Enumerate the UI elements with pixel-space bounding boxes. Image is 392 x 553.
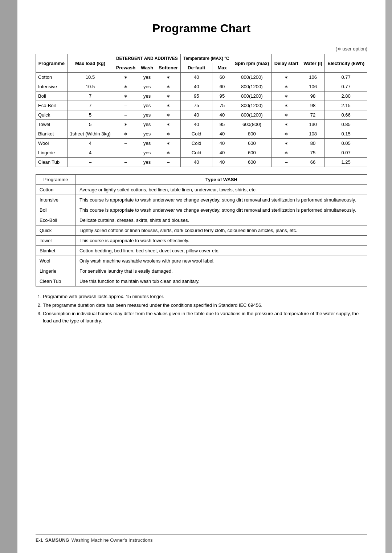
type-description-cell: Only wash machine washable woolens with … (76, 256, 367, 266)
type-table-row: QuickLightly soiled cottons or linen blo… (36, 225, 367, 236)
table-cell: Wool (36, 139, 68, 148)
table-cell: yes (138, 158, 156, 167)
type-programme-cell: Quick (36, 225, 76, 236)
table-cell: ∗ (156, 139, 181, 148)
type-programme-cell: Cotton (36, 185, 76, 195)
col-header-water: Water (l) (301, 54, 325, 73)
col-header-temperature: Temperature (MAX) °C (181, 54, 232, 63)
table-cell: – (113, 158, 138, 167)
table-cell: 10.5 (67, 82, 113, 92)
table-cell: ∗ (113, 120, 138, 129)
col-header-softener: Softener (156, 63, 181, 73)
footer-page-label: E-1 (36, 537, 43, 543)
table-cell: Intensive (36, 82, 68, 92)
table-cell: Cotton (36, 73, 68, 82)
table-cell: yes (138, 82, 156, 92)
table-cell: 7 (67, 92, 113, 101)
table-cell: 1sheet (Within 3kg) (67, 129, 113, 139)
table-cell: ∗ (156, 82, 181, 92)
table-cell: 0.85 (325, 120, 367, 129)
right-decorative-bar (385, 0, 392, 553)
table-cell: 10.5 (67, 73, 113, 82)
table-cell: ∗ (156, 92, 181, 101)
table-cell: 0.07 (325, 148, 367, 158)
table-cell: 4 (67, 148, 113, 158)
type-description-cell: Use this function to maintain wash tub c… (76, 276, 367, 286)
table-cell: yes (138, 148, 156, 158)
table-cell: 40 (181, 110, 212, 120)
type-description-cell: This course is appropriate to wash towel… (76, 236, 367, 246)
table-cell: 800 (232, 129, 271, 139)
footer-brand: SAMSUNG (45, 537, 69, 543)
table-cell: Blanket (36, 129, 68, 139)
table-cell: Quick (36, 110, 68, 120)
table-cell: ∗ (272, 148, 301, 158)
table-cell: 0.77 (325, 82, 367, 92)
page-title: Programme Chart (36, 22, 367, 35)
type-programme-cell: Intensive (36, 195, 76, 205)
col-header-detergent: DETERGENT AND ADDITIVES (113, 54, 181, 63)
table-cell: 95 (181, 92, 212, 101)
table-cell: 130 (301, 120, 325, 129)
programme-chart-table: Programme Max load (kg) DETERGENT AND AD… (36, 54, 367, 167)
table-row: Lingerie4–yes∗Cold40600∗750.07 (36, 148, 367, 158)
table-cell: ∗ (272, 120, 301, 129)
type-programme-cell: Wool (36, 256, 76, 266)
table-row: Boil7∗yes∗9595800(1200)∗982.80 (36, 92, 367, 101)
table-cell: 800(1200) (232, 92, 271, 101)
type-table-row: BlanketCotton bedding, bed linen, bed sh… (36, 246, 367, 256)
table-cell: 2.15 (325, 101, 367, 110)
table-cell: 98 (301, 92, 325, 101)
table-cell: 600 (232, 139, 271, 148)
table-cell: 800(1200) (232, 110, 271, 120)
table-cell: 75 (301, 148, 325, 158)
type-col-programme: Programme (36, 175, 76, 185)
table-row: Quick5–yes∗4040800(1200)∗720.66 (36, 110, 367, 120)
table-cell: 4 (67, 139, 113, 148)
table-cell: 600 (232, 158, 271, 167)
col-header-default: De-fault (181, 63, 212, 73)
table-cell: yes (138, 139, 156, 148)
table-cell: 95 (212, 120, 232, 129)
table-row: Blanket1sheet (Within 3kg)∗yes∗Cold40800… (36, 129, 367, 139)
table-cell: Cold (181, 148, 212, 158)
table-cell: Clean Tub (36, 158, 68, 167)
type-description-cell: Delicate curtains, dresses, skirts, shir… (76, 215, 367, 225)
type-description-cell: Lightly soiled cottons or linen blouses,… (76, 225, 367, 236)
table-row: Cotton10.5∗yes∗4060800(1200)∗1060.77 (36, 73, 367, 82)
table-cell: Cold (181, 139, 212, 148)
table-cell: ∗ (156, 120, 181, 129)
table-cell: 60 (212, 82, 232, 92)
type-programme-cell: Clean Tub (36, 276, 76, 286)
table-cell: 7 (67, 101, 113, 110)
table-cell: 0.77 (325, 73, 367, 82)
table-cell: – (113, 139, 138, 148)
table-cell: yes (138, 101, 156, 110)
table-row: Towel5∗yes∗4095600(800)∗1300.85 (36, 120, 367, 129)
type-programme-cell: Boil (36, 205, 76, 215)
table-cell: 800(1200) (232, 101, 271, 110)
type-description-cell: For sensitive laundry that is easily dam… (76, 266, 367, 276)
col-header-spinrpm: Spin rpm (max) (232, 54, 271, 73)
type-table-row: TowelThis course is appropriate to wash … (36, 236, 367, 246)
table-cell: ∗ (113, 73, 138, 82)
type-col-wash: Type of WASH (76, 175, 367, 185)
col-header-wash: Wash (138, 63, 156, 73)
col-header-electricity: Electricity (kWh) (325, 54, 367, 73)
table-cell: yes (138, 120, 156, 129)
type-description-cell: This course is appropriate to wash under… (76, 195, 367, 205)
table-cell: 5 (67, 110, 113, 120)
table-cell: 98 (301, 101, 325, 110)
type-table-row: WoolOnly wash machine washable woolens w… (36, 256, 367, 266)
footer: E-1 SAMSUNG Washing Machine Owner's Inst… (36, 534, 367, 543)
table-cell: Eco-Boil (36, 101, 68, 110)
table-cell: yes (138, 73, 156, 82)
table-cell: 1.25 (325, 158, 367, 167)
table-cell: ∗ (272, 92, 301, 101)
left-decorative-bar (0, 0, 17, 553)
table-cell: 40 (212, 110, 232, 120)
table-cell: Cold (181, 129, 212, 139)
table-cell: ∗ (156, 110, 181, 120)
table-cell: 40 (212, 129, 232, 139)
table-cell: ∗ (272, 101, 301, 110)
